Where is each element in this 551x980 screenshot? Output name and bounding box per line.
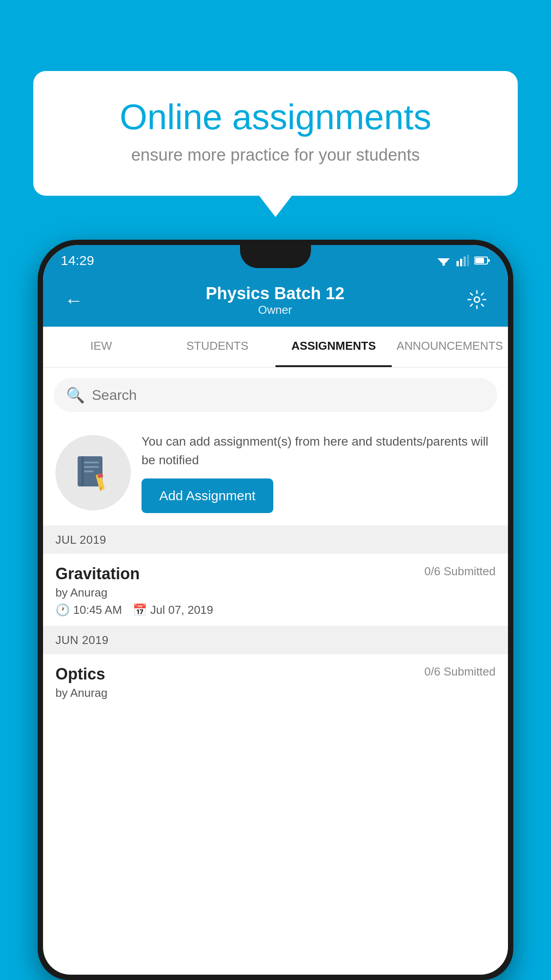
svg-rect-8	[488, 259, 490, 262]
svg-point-10	[474, 297, 480, 302]
meta-time-gravitation: 🕐 10:45 AM	[55, 603, 122, 617]
calendar-icon: 📅	[133, 603, 147, 617]
header-center: Physics Batch 12 Owner	[87, 284, 464, 317]
meta-date-gravitation: 📅 Jul 07, 2019	[133, 603, 213, 617]
assignment-title-optics: Optics	[55, 665, 105, 684]
promo-icon-circle	[55, 435, 131, 510]
status-icons	[436, 255, 490, 266]
phone-notch	[240, 245, 311, 268]
settings-button[interactable]	[464, 286, 490, 315]
app-header: ← Physics Batch 12 Owner	[43, 276, 508, 327]
tab-iew[interactable]: IEW	[43, 327, 159, 367]
phone-screen: 14:29	[43, 245, 508, 975]
assignment-meta-gravitation: 🕐 10:45 AM 📅 Jul 07, 2019	[55, 603, 496, 617]
svg-rect-14	[84, 466, 99, 468]
svg-rect-5	[464, 257, 466, 266]
tab-students[interactable]: STUDENTS	[159, 327, 276, 367]
promo-right: You can add assignment(s) from here and …	[142, 432, 496, 513]
assignment-date-gravitation: Jul 07, 2019	[150, 603, 213, 617]
add-assignment-promo: You can add assignment(s) from here and …	[43, 420, 508, 526]
svg-rect-15	[84, 470, 94, 472]
assignment-title-gravitation: Gravitation	[55, 565, 140, 583]
svg-rect-9	[475, 258, 484, 263]
promo-text: You can add assignment(s) from here and …	[142, 432, 496, 470]
svg-rect-13	[84, 462, 99, 463]
battery-icon	[474, 256, 490, 265]
svg-rect-6	[467, 255, 469, 266]
assignment-top: Gravitation 0/6 Submitted	[55, 565, 496, 583]
assignment-by-optics: by Anurag	[55, 686, 496, 700]
add-assignment-button[interactable]: Add Assignment	[142, 478, 273, 513]
svg-rect-3	[457, 261, 459, 266]
svg-point-2	[442, 263, 445, 266]
assignment-item-gravitation[interactable]: Gravitation 0/6 Submitted by Anurag 🕐 10…	[43, 554, 508, 626]
section-header-jul: JUL 2019	[43, 526, 508, 554]
phone-frame: 14:29	[38, 240, 513, 980]
assignment-top-optics: Optics 0/6 Submitted	[55, 665, 496, 684]
assignment-by-gravitation: by Anurag	[55, 586, 496, 600]
search-bar[interactable]: 🔍	[54, 378, 497, 412]
header-subtitle: Owner	[87, 303, 464, 317]
svg-rect-12	[81, 456, 84, 486]
speech-bubble-card: Online assignments ensure more practice …	[33, 71, 518, 196]
bubble-title: Online assignments	[64, 98, 487, 137]
assignment-time-gravitation: 10:45 AM	[73, 603, 122, 617]
assignment-submitted-optics: 0/6 Submitted	[425, 665, 496, 679]
wifi-icon	[436, 255, 451, 266]
settings-icon	[467, 290, 487, 309]
search-icon: 🔍	[66, 386, 85, 404]
svg-rect-4	[460, 259, 462, 266]
tab-announcements[interactable]: ANNOUNCEMENTS	[392, 327, 508, 367]
bubble-subtitle: ensure more practice for your students	[64, 146, 487, 165]
tabs-bar: IEW STUDENTS ASSIGNMENTS ANNOUNCEMENTS	[43, 327, 508, 368]
status-time: 14:29	[61, 253, 94, 268]
assignment-submitted-gravitation: 0/6 Submitted	[425, 565, 496, 578]
clock-icon: 🕐	[55, 603, 70, 617]
tab-assignments[interactable]: ASSIGNMENTS	[276, 327, 392, 367]
signal-icon	[457, 255, 469, 266]
header-title: Physics Batch 12	[87, 284, 464, 303]
content-area: 🔍	[43, 368, 508, 708]
back-button[interactable]: ←	[61, 286, 87, 315]
search-input[interactable]	[92, 387, 485, 403]
assignment-item-optics[interactable]: Optics 0/6 Submitted by Anurag	[43, 654, 508, 708]
notebook-icon	[73, 453, 113, 493]
section-header-jun: JUN 2019	[43, 626, 508, 654]
